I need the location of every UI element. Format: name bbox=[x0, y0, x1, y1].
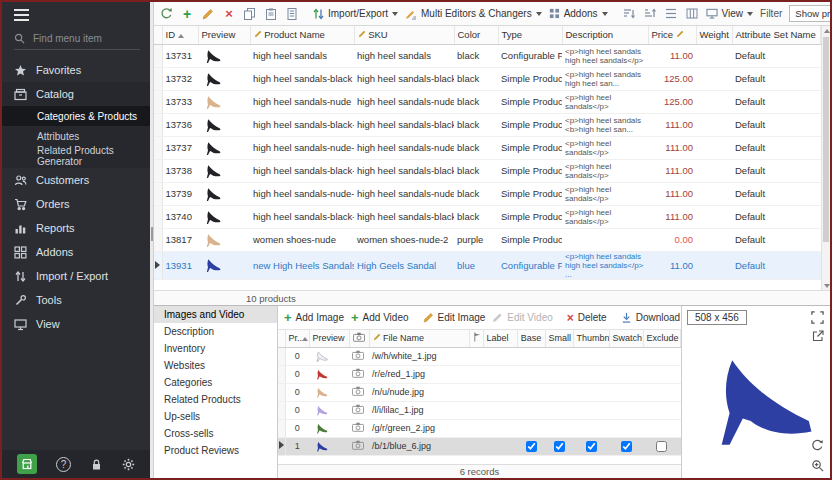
product-row[interactable]: 13817women shoes-nudewomen shoes-nude-2p… bbox=[154, 228, 821, 251]
product-row[interactable]: 13732high heel sandals-blackhigh heel sa… bbox=[154, 67, 821, 90]
copy-button[interactable] bbox=[243, 8, 257, 20]
col-base[interactable]: Base bbox=[517, 330, 545, 347]
tab-websites[interactable]: Websites bbox=[154, 357, 277, 374]
image-flag-checkbox[interactable] bbox=[554, 441, 565, 452]
menu-toggle-button[interactable] bbox=[2, 2, 150, 28]
col-attribute-set[interactable]: Attribute Set Name bbox=[732, 26, 821, 44]
image-flag-checkbox[interactable] bbox=[586, 441, 597, 452]
fullscreen-icon[interactable] bbox=[811, 311, 824, 324]
col-color[interactable]: Color bbox=[454, 26, 498, 44]
scroll-down-icon[interactable] bbox=[823, 281, 830, 290]
add-product-button[interactable]: + bbox=[180, 8, 194, 20]
image-flag-checkbox[interactable] bbox=[656, 441, 667, 452]
image-flag-checkbox[interactable] bbox=[621, 441, 632, 452]
expand-rows-button[interactable] bbox=[664, 8, 678, 19]
edit-video-button[interactable]: Edit Video bbox=[492, 312, 552, 323]
image-size-field[interactable]: 508 x 456 bbox=[687, 310, 747, 325]
col-price[interactable]: Price bbox=[648, 26, 696, 44]
menu-search-input[interactable] bbox=[31, 32, 131, 45]
image-row[interactable]: 0/n/u/nude.jpg bbox=[278, 383, 681, 401]
download-image-button[interactable]: Download Image bbox=[621, 312, 681, 323]
sidebar-item-favorites[interactable]: Favorites bbox=[2, 58, 150, 82]
col-label[interactable]: Label bbox=[483, 330, 517, 347]
tab-up-sells[interactable]: Up-sells bbox=[154, 408, 277, 425]
product-row[interactable]: 13736high heel sandals-black-36high heel… bbox=[154, 113, 821, 136]
image-row[interactable]: 0/r/e/red_1.jpg bbox=[278, 365, 681, 383]
col-thumbnail[interactable]: Thumbna bbox=[573, 330, 609, 347]
image-row[interactable]: 0/g/r/green_2.jpg bbox=[278, 419, 681, 437]
edit-image-button[interactable]: Edit Image bbox=[423, 312, 486, 323]
sidebar-item-catalog[interactable]: Catalog bbox=[2, 82, 150, 106]
sidebar-item-tools[interactable]: Tools bbox=[2, 288, 150, 312]
sidebar-item-import-export[interactable]: Import / Export bbox=[2, 264, 150, 288]
col-swatch[interactable]: Swatch bbox=[609, 330, 643, 347]
sidebar-item-categories-products[interactable]: Categories & Products bbox=[2, 106, 150, 126]
import-export-menu[interactable]: Import/Export bbox=[313, 8, 398, 20]
col-camera[interactable] bbox=[349, 330, 369, 347]
zoom-icon[interactable] bbox=[811, 459, 824, 472]
delete-product-button[interactable]: × bbox=[222, 8, 236, 20]
help-button[interactable]: ? bbox=[56, 457, 71, 472]
tab-cross-sells[interactable]: Cross-sells bbox=[154, 425, 277, 442]
paste-button[interactable] bbox=[264, 8, 278, 20]
scrollbar-thumb[interactable] bbox=[823, 37, 829, 242]
delete-image-button[interactable]: ×Delete bbox=[567, 311, 607, 325]
col-type[interactable]: Type bbox=[498, 26, 562, 44]
sidebar-item-customers[interactable]: Customers bbox=[2, 168, 150, 192]
sort-desc-button[interactable] bbox=[643, 8, 657, 19]
col-sku[interactable]: SKU bbox=[354, 26, 454, 44]
tab-related-products[interactable]: Related Products bbox=[154, 391, 277, 408]
add-video-button[interactable]: +Add Video bbox=[351, 310, 409, 325]
image-row[interactable]: 0/w/h/white_1.jpg bbox=[278, 347, 681, 365]
image-row[interactable]: 0/l/i/lilac_1.jpg bbox=[278, 401, 681, 419]
col-preview[interactable]: Preview bbox=[309, 330, 349, 347]
tab-images-and-video[interactable]: Images and Video bbox=[154, 306, 277, 323]
addons-menu[interactable]: Addons bbox=[549, 8, 608, 19]
refresh-button[interactable] bbox=[159, 7, 173, 20]
product-row[interactable]: 13733high heel sandals-nudehigh heel san… bbox=[154, 90, 821, 113]
view-menu[interactable]: View bbox=[706, 8, 754, 19]
product-row[interactable]: 13740high heel sandals-black-38high heel… bbox=[154, 205, 821, 228]
sidebar-item-orders[interactable]: Orders bbox=[2, 192, 150, 216]
sidebar-item-addons[interactable]: Addons bbox=[2, 240, 150, 264]
settings-button[interactable] bbox=[122, 458, 135, 471]
add-image-button[interactable]: +Add Image bbox=[284, 310, 344, 325]
tab-description[interactable]: Description bbox=[154, 323, 277, 340]
category-filter-select[interactable]: Show products from selected categories bbox=[789, 5, 830, 22]
image-row[interactable]: 1/b/1/blue_6.jpg bbox=[278, 437, 681, 455]
col-sort-order[interactable]: Pr.. bbox=[285, 330, 309, 347]
col-product-name[interactable]: Product Name bbox=[250, 26, 354, 44]
col-weight[interactable]: Weight bbox=[696, 26, 732, 44]
tab-categories[interactable]: Categories bbox=[154, 374, 277, 391]
col-small[interactable]: Small bbox=[545, 330, 573, 347]
col-id[interactable]: ID bbox=[162, 26, 198, 44]
sidebar-item-reports[interactable]: Reports bbox=[2, 216, 150, 240]
sidebar-item-view[interactable]: View bbox=[2, 312, 150, 336]
col-preview[interactable]: Preview bbox=[198, 26, 250, 44]
rotate-icon[interactable] bbox=[811, 439, 824, 452]
products-scrollbar[interactable] bbox=[821, 26, 830, 290]
lock-button[interactable] bbox=[90, 458, 103, 471]
product-row[interactable]: 13931new High Heels SandalsHigh Geels Sa… bbox=[154, 251, 821, 279]
sidebar-item-related-products-generator[interactable]: Related Products Generator bbox=[2, 146, 150, 166]
store-button[interactable] bbox=[17, 454, 37, 474]
product-row[interactable]: 13739high heel sandals-nude-37high heel … bbox=[154, 182, 821, 205]
sort-asc-button[interactable] bbox=[622, 8, 636, 19]
edit-product-button[interactable] bbox=[201, 8, 215, 20]
tab-inventory[interactable]: Inventory bbox=[154, 340, 277, 357]
open-external-icon[interactable] bbox=[812, 330, 824, 342]
col-flag[interactable] bbox=[469, 330, 483, 347]
sidebar-item-attributes[interactable]: Attributes bbox=[2, 126, 150, 146]
scroll-up-icon[interactable] bbox=[823, 26, 830, 35]
col-file-name[interactable]: File Name bbox=[369, 330, 469, 347]
duplicate-button[interactable] bbox=[285, 8, 299, 20]
tab-product-reviews[interactable]: Product Reviews bbox=[154, 442, 277, 459]
product-row[interactable]: 13731high heel sandalshigh heel sandalsb… bbox=[154, 44, 821, 67]
col-description[interactable]: Description bbox=[562, 26, 648, 44]
col-exclude[interactable]: Exclude bbox=[643, 330, 681, 347]
product-row[interactable]: 13738high heel sandals-black-37high heel… bbox=[154, 159, 821, 182]
image-flag-checkbox[interactable] bbox=[526, 441, 537, 452]
columns-button[interactable] bbox=[685, 8, 699, 19]
product-row[interactable]: 13737high heel sandals-nude-36high heel … bbox=[154, 136, 821, 159]
multi-editors-menu[interactable]: Multi Editors & Changers bbox=[405, 8, 542, 20]
